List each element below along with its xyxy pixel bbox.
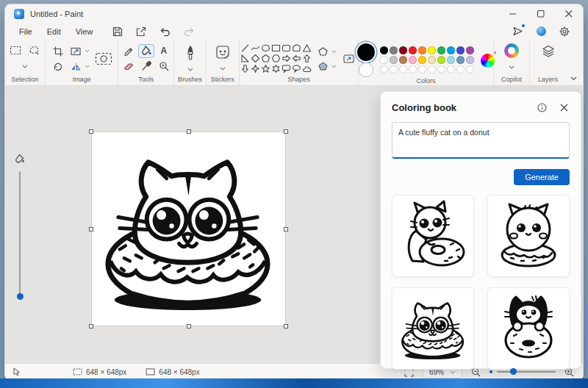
shapes-group: Shapes (240, 40, 359, 85)
menu-file[interactable]: File (12, 25, 39, 38)
maximize-button[interactable] (527, 4, 555, 23)
color-swatch[interactable] (409, 46, 417, 54)
empty-color-slot[interactable] (447, 65, 455, 73)
secondary-color-swatch[interactable] (359, 62, 373, 77)
selection-handle-se[interactable] (284, 324, 288, 328)
shape-outline-icon[interactable] (317, 46, 329, 57)
info-icon[interactable] (536, 101, 548, 114)
layers-icon[interactable] (539, 43, 557, 60)
close-button[interactable] (555, 4, 583, 23)
edit-colors-wheel-icon[interactable] (481, 54, 495, 68)
color-swatch[interactable] (466, 56, 474, 64)
rotate-icon[interactable] (51, 60, 65, 73)
color-swatch[interactable] (380, 56, 388, 64)
color-swatch[interactable] (418, 56, 426, 64)
shape-fill-icon[interactable] (317, 60, 329, 72)
minimize-button[interactable] (499, 4, 527, 23)
stickers-dropdown-chevron[interactable] (220, 67, 226, 71)
copilot-dropdown-chevron[interactable] (509, 65, 514, 69)
pencil-icon[interactable] (122, 44, 135, 57)
magnifier-icon[interactable] (157, 60, 171, 73)
shapes-grid[interactable] (240, 43, 312, 74)
save-icon[interactable] (111, 25, 124, 38)
brush-icon[interactable] (183, 43, 198, 62)
size-slider[interactable] (12, 154, 27, 300)
size-slider-track[interactable] (19, 171, 21, 295)
undo-icon[interactable] (158, 25, 172, 38)
empty-color-slot[interactable] (456, 65, 465, 73)
empty-color-slot[interactable] (390, 65, 398, 73)
share-icon[interactable] (135, 25, 148, 38)
selection-handle-nw[interactable] (89, 129, 93, 134)
flip-icon[interactable] (69, 60, 82, 73)
empty-color-slot[interactable] (418, 65, 426, 73)
redo-icon[interactable] (182, 25, 196, 38)
shapes-more-icon[interactable] (341, 51, 357, 66)
selection-handle-n[interactable] (187, 129, 191, 134)
sticker-icon[interactable] (214, 43, 232, 61)
shape-fill-chevron[interactable] (331, 65, 337, 68)
prompt-input[interactable]: A cute fluffy cat on a donut (392, 122, 570, 159)
thumbnail-cat-hugging-donut[interactable] (392, 195, 474, 277)
primary-color-swatch[interactable] (357, 43, 375, 61)
selection-handle-s[interactable] (187, 324, 191, 328)
zoom-slider[interactable] (497, 371, 556, 373)
empty-color-slot[interactable] (428, 65, 436, 73)
menu-view[interactable]: View (69, 25, 100, 38)
eraser-icon[interactable] (122, 60, 135, 73)
color-swatch[interactable] (447, 56, 455, 64)
flip-dropdown-chevron[interactable] (85, 65, 90, 68)
color-swatch[interactable] (456, 46, 465, 54)
empty-color-slot[interactable] (466, 65, 474, 73)
text-tool-icon[interactable]: A (159, 44, 168, 57)
shape-outline-chevron[interactable] (331, 50, 337, 54)
color-swatch[interactable] (399, 56, 407, 64)
empty-color-slot[interactable] (409, 65, 417, 73)
thumbnail-fluffy-cat-on-donut[interactable] (487, 195, 570, 277)
color-swatch[interactable] (437, 46, 445, 54)
copilot-logo-icon[interactable] (504, 43, 519, 58)
eyedropper-icon[interactable] (140, 60, 153, 73)
send-to-icon[interactable] (511, 25, 525, 37)
resize-dropdown-chevron[interactable] (85, 49, 90, 53)
selection-handle-e[interactable] (284, 227, 288, 231)
thumbnail-tuxedo-cat-behind-donut[interactable] (487, 287, 570, 370)
selection-handle-sw[interactable] (89, 324, 93, 328)
selection-dropdown-chevron[interactable] (22, 65, 28, 68)
brushes-dropdown-chevron[interactable] (187, 68, 193, 71)
color-swatch[interactable] (437, 56, 445, 64)
color-swatch[interactable] (428, 56, 436, 64)
color-swatch[interactable] (428, 46, 436, 54)
color-swatch[interactable] (409, 56, 417, 64)
panel-close-icon[interactable] (559, 102, 570, 113)
selection-handle-w[interactable] (89, 227, 93, 231)
rectangle-select-icon[interactable] (8, 43, 23, 57)
color-swatch[interactable] (456, 56, 465, 64)
copilot-sphere-icon[interactable] (537, 26, 546, 36)
color-swatch[interactable] (466, 46, 474, 54)
selection-handle-ne[interactable] (284, 129, 288, 134)
resize-icon[interactable] (69, 45, 82, 58)
empty-color-slot[interactable] (437, 65, 445, 73)
color-swatch[interactable] (390, 46, 398, 54)
color-swatch[interactable] (399, 46, 407, 54)
generate-button[interactable]: Generate (514, 169, 570, 185)
color-swatch[interactable] (418, 46, 426, 54)
free-select-icon[interactable] (27, 43, 42, 57)
paint-canvas[interactable] (92, 132, 285, 326)
empty-color-slot[interactable] (380, 65, 388, 73)
thumbnail-cat-inside-donut[interactable] (392, 287, 474, 370)
color-swatch[interactable] (390, 56, 398, 64)
color-swatch[interactable] (380, 46, 388, 54)
fill-tool-mini-icon (15, 154, 25, 164)
size-slider-thumb[interactable] (17, 293, 24, 300)
zoom-slider-thumb[interactable] (510, 368, 517, 375)
menu-edit[interactable]: Edit (40, 25, 68, 38)
color-swatch[interactable] (447, 46, 455, 54)
background-removal-icon[interactable] (93, 50, 114, 68)
crop-icon[interactable] (51, 45, 65, 58)
settings-gear-icon[interactable] (558, 25, 571, 38)
ribbon-collapse-chevron[interactable] (566, 40, 583, 85)
empty-color-slot[interactable] (399, 65, 407, 73)
fill-tool-selected[interactable] (138, 44, 154, 58)
